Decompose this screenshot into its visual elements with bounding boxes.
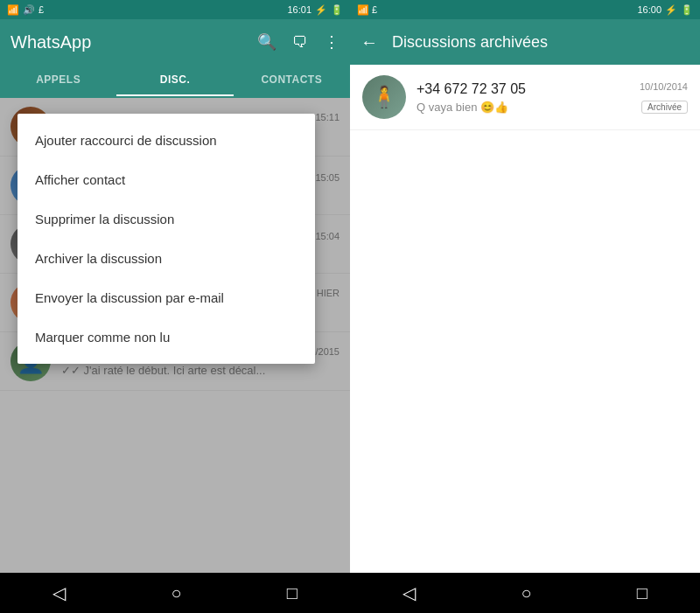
right-status-right: 16:00 ⚡ 🔋 [637,4,693,16]
tabs: APPELS DISC. CONTACTS [0,65,350,98]
volume-icon: 🔊 [23,4,35,16]
currency-icon: £ [38,4,44,15]
left-status-right: 16:01 ⚡ 🔋 [287,4,343,16]
right-home-button[interactable]: ○ [521,583,531,603]
archived-date: 10/10/2014 [640,81,688,92]
right-status-left: 📶 £ [357,4,377,16]
right-extra-icon: £ [372,4,377,15]
more-icon[interactable]: ⋮ [324,32,340,52]
context-menu: Ajouter raccourci de discussion Afficher… [18,114,315,364]
search-icon[interactable]: 🔍 [257,32,276,52]
right-status-bar: 📶 £ 16:00 ⚡ 🔋 [350,0,700,19]
chat-time-3: 15:04 [315,231,340,241]
tab-disc[interactable]: DISC. [116,65,233,96]
right-title: Discussions archivées [392,33,548,52]
battery-icon: 🔋 [331,4,343,16]
app-title: WhatsApp [10,32,91,52]
menu-archive-chat[interactable]: Archiver la discussion [18,239,315,278]
left-panel: 📶 🔊 £ 16:01 ⚡ 🔋 WhatsApp 🔍 🗨 ⋮ APPELS DI… [0,0,350,613]
archived-chat-item[interactable]: 🧍 +34 672 72 37 05 10/10/2014 Q vaya bie… [350,65,700,130]
right-recents-button[interactable]: □ [637,583,648,603]
right-bt-icon: ⚡ [665,4,677,16]
right-time: 16:00 [637,4,662,15]
chat-time-aurore: HIER [317,288,340,303]
archived-avatar: 🧍 [362,75,406,119]
menu-mark-unread[interactable]: Marquer comme non lu [18,317,315,357]
menu-add-shortcut[interactable]: Ajouter raccourci de discussion [18,121,315,160]
archived-list: 🧍 +34 672 72 37 05 10/10/2014 Q vaya bie… [350,65,700,573]
archived-badge: Archivée [641,101,688,114]
back-arrow-icon[interactable]: ← [360,32,378,52]
menu-delete-chat[interactable]: Supprimer la discussion [18,199,315,239]
left-status-icons: 📶 🔊 £ [7,4,44,16]
left-bottom-nav: ◁ ○ □ [0,573,350,613]
header-icons: 🔍 🗨 ⋮ [257,32,340,52]
home-button[interactable]: ○ [171,583,181,603]
left-time: 16:01 [287,4,312,15]
signal-icon: 📶 [7,4,19,16]
tab-appels[interactable]: APPELS [0,65,116,96]
left-status-bar: 📶 🔊 £ 16:01 ⚡ 🔋 [0,0,350,19]
archived-msg-row: Q vaya bien 😊👍 Archivée [416,101,688,114]
recents-button[interactable]: □ [287,583,298,603]
right-battery-icon: 🔋 [681,4,693,16]
chat-time-2: 15:05 [315,172,340,183]
bluetooth-icon: ⚡ [315,4,327,16]
right-back-button[interactable]: ◁ [402,582,416,603]
menu-email-chat[interactable]: Envoyer la discussion par e-mail [18,278,315,317]
right-panel: 📶 £ 16:00 ⚡ 🔋 ← Discussions archivées 🧍 … [350,0,700,613]
archived-person-icon: 🧍 [371,85,397,109]
app-header: WhatsApp 🔍 🗨 ⋮ [0,19,350,65]
chat-time-pierre: 15:11 [315,112,340,127]
compose-icon[interactable]: 🗨 [292,33,308,52]
tab-contacts[interactable]: CONTACTS [234,65,350,96]
archived-name-row: +34 672 72 37 05 10/10/2014 [416,81,688,97]
archived-content: +34 672 72 37 05 10/10/2014 Q vaya bien … [416,81,688,114]
right-bottom-nav: ◁ ○ □ [350,573,700,613]
right-header: ← Discussions archivées [350,19,700,65]
back-button[interactable]: ◁ [52,582,66,603]
archived-msg: Q vaya bien 😊👍 [416,101,508,114]
right-signal-icon: 📶 [357,4,369,15]
menu-view-contact[interactable]: Afficher contact [18,160,315,199]
archived-name: +34 672 72 37 05 [416,81,526,97]
chat-msg-gaby: ✓✓ J'ai raté le début. Ici arte est déca… [61,364,340,377]
